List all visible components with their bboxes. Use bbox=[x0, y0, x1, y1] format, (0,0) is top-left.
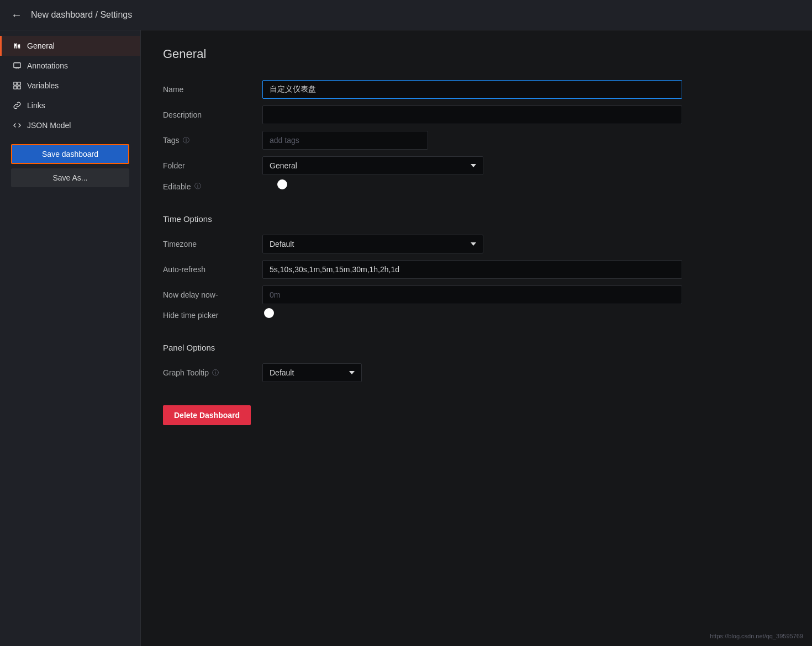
name-input[interactable] bbox=[262, 80, 682, 99]
time-options-title: Time Options bbox=[163, 214, 790, 224]
description-input[interactable] bbox=[262, 105, 682, 124]
sidebar-item-general-label: General bbox=[27, 41, 55, 50]
save-dashboard-button[interactable]: Save dashboard bbox=[11, 144, 129, 164]
sidebar-item-variables[interactable]: Variables bbox=[0, 76, 140, 96]
hide-time-picker-row: Hide time picker bbox=[163, 308, 790, 323]
graph-tooltip-row: Graph Tooltip ⓘ Default Shared crosshair… bbox=[163, 360, 790, 385]
sidebar-item-annotations[interactable]: Annotations bbox=[0, 56, 140, 76]
link-icon bbox=[13, 101, 22, 110]
description-label: Description bbox=[163, 110, 202, 119]
sidebar-item-links-label: Links bbox=[27, 101, 45, 110]
variables-icon bbox=[13, 81, 22, 90]
main-content: General Name Description bbox=[141, 30, 812, 646]
sidebar-item-variables-label: Variables bbox=[27, 81, 59, 90]
save-as-button[interactable]: Save As... bbox=[11, 168, 129, 187]
sliders-icon bbox=[13, 41, 22, 50]
svg-rect-3 bbox=[14, 86, 17, 89]
now-delay-label: Now delay now- bbox=[163, 290, 218, 299]
general-form-table: Name Description Tags ⓘ bbox=[163, 77, 790, 194]
watermark: https://blog.csdn.net/qq_39595769 bbox=[710, 633, 803, 639]
auto-refresh-row: Auto-refresh bbox=[163, 257, 790, 282]
sidebar-item-annotations-label: Annotations bbox=[27, 61, 68, 70]
timezone-row: Timezone Default bbox=[163, 231, 790, 257]
name-row: Name bbox=[163, 77, 790, 102]
svg-rect-1 bbox=[14, 82, 17, 85]
tags-info-icon[interactable]: ⓘ bbox=[183, 136, 189, 145]
editable-info-icon[interactable]: ⓘ bbox=[194, 182, 201, 191]
general-form-section: Name Description Tags ⓘ bbox=[163, 77, 790, 194]
folder-label: Folder bbox=[163, 161, 185, 170]
back-button[interactable]: ← bbox=[11, 9, 22, 22]
folder-select[interactable]: General bbox=[262, 156, 483, 175]
timezone-label: Timezone bbox=[163, 240, 197, 248]
tags-row: Tags ⓘ bbox=[163, 128, 790, 153]
name-label: Name bbox=[163, 85, 183, 94]
auto-refresh-input[interactable] bbox=[262, 260, 682, 279]
layout: General Annotations Variables bbox=[0, 30, 812, 646]
sidebar: General Annotations Variables bbox=[0, 30, 141, 646]
graph-tooltip-label: Graph Tooltip bbox=[163, 368, 209, 377]
time-options-table: Timezone Default Auto-refresh Now delay … bbox=[163, 231, 790, 323]
tags-input[interactable] bbox=[262, 131, 428, 150]
panel-options-title: Panel Options bbox=[163, 343, 790, 352]
auto-refresh-label: Auto-refresh bbox=[163, 265, 205, 274]
svg-rect-2 bbox=[18, 82, 20, 85]
header-title: New dashboard / Settings bbox=[31, 10, 132, 20]
sidebar-item-links[interactable]: Links bbox=[0, 96, 140, 115]
sidebar-item-json-model-label: JSON Model bbox=[27, 121, 71, 130]
sidebar-item-general[interactable]: General bbox=[0, 36, 140, 56]
sidebar-item-json-model[interactable]: JSON Model bbox=[0, 115, 140, 135]
sidebar-actions: Save dashboard Save As... bbox=[0, 135, 140, 196]
panel-options-table: Graph Tooltip ⓘ Default Shared crosshair… bbox=[163, 360, 790, 385]
editable-row: Editable ⓘ bbox=[163, 178, 790, 194]
hide-time-picker-label: Hide time picker bbox=[163, 311, 218, 320]
graph-tooltip-info-icon[interactable]: ⓘ bbox=[212, 368, 219, 378]
page-title: General bbox=[163, 47, 790, 61]
folder-row: Folder General bbox=[163, 153, 790, 178]
time-options-section: Time Options Timezone Default Auto-refre… bbox=[163, 214, 790, 323]
panel-options-section: Panel Options Graph Tooltip ⓘ Default Sh… bbox=[163, 343, 790, 385]
graph-tooltip-select[interactable]: Default Shared crosshair Shared tooltip bbox=[262, 363, 362, 382]
annotation-icon bbox=[13, 61, 22, 70]
delete-section: Delete Dashboard bbox=[163, 405, 790, 425]
timezone-select[interactable]: Default bbox=[262, 235, 483, 253]
code-icon bbox=[13, 121, 22, 130]
now-delay-input[interactable] bbox=[262, 285, 682, 304]
description-row: Description bbox=[163, 102, 790, 128]
svg-rect-0 bbox=[14, 63, 20, 68]
svg-rect-4 bbox=[18, 86, 20, 89]
header: ← New dashboard / Settings bbox=[0, 0, 812, 30]
delete-dashboard-button[interactable]: Delete Dashboard bbox=[163, 405, 251, 425]
editable-label: Editable bbox=[163, 182, 191, 191]
now-delay-row: Now delay now- bbox=[163, 282, 790, 308]
tags-label: Tags bbox=[163, 136, 180, 145]
